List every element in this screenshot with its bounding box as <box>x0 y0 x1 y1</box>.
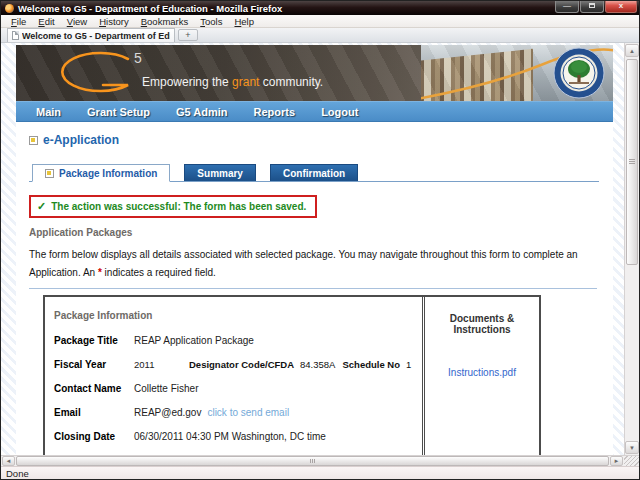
tab-summary[interactable]: Summary <box>184 164 256 181</box>
title-bar: Welcome to G5 - Department of Education … <box>1 1 639 15</box>
package-information-cell: Package Information Package Title REAP A… <box>45 297 423 455</box>
scroll-down-icon[interactable]: ▼ <box>625 441 639 454</box>
divider <box>29 288 597 289</box>
browser-window: Welcome to G5 - Department of Education … <box>0 0 640 480</box>
horizontal-scrollbar[interactable]: ◄ ► <box>1 455 639 466</box>
new-tab-button[interactable]: + <box>178 29 198 41</box>
tab-confirmation[interactable]: Confirmation <box>270 164 358 181</box>
g5-logo: 5 <box>48 49 152 99</box>
browser-tab-title: Welcome to G5 - Department of Edu... <box>22 31 170 41</box>
form-icon <box>45 169 54 178</box>
instructions-pdf-link[interactable]: Instructions.pdf <box>448 367 516 378</box>
scroll-up-icon[interactable]: ▲ <box>625 44 639 57</box>
svg-text:5: 5 <box>134 50 142 66</box>
fiscal-year-row: Fiscal Year 2011 Designator Code/CFDA 84… <box>54 359 414 370</box>
menu-file[interactable]: File <box>5 16 32 27</box>
status-text: Done <box>6 468 29 479</box>
browser-tab-strip: Welcome to G5 - Department of Edu... + <box>1 28 639 43</box>
menu-history[interactable]: History <box>93 16 135 27</box>
g5-banner: 5 Empowering the grant community. <box>16 45 613 101</box>
minimize-button[interactable]: — <box>555 1 579 13</box>
nav-g5-admin[interactable]: G5 Admin <box>176 106 228 118</box>
scroll-left-icon[interactable]: ◄ <box>2 456 15 466</box>
nav-main[interactable]: Main <box>36 106 61 118</box>
nav-logout[interactable]: Logout <box>321 106 358 118</box>
documents-instructions-cell: Documents & Instructions Instructions.pd… <box>424 297 539 455</box>
site-nav-bar: Main Grant Setup G5 Admin Reports Logout <box>16 101 613 122</box>
nav-grant-setup[interactable]: Grant Setup <box>87 106 150 118</box>
nav-reports[interactable]: Reports <box>254 106 296 118</box>
contact-name-row: Contact Name Collette Fisher <box>54 383 414 394</box>
page-area: 5 Empowering the grant community. <box>1 43 624 455</box>
status-bar: Done <box>1 466 639 479</box>
vertical-scrollbar[interactable]: ▲ ▼ <box>624 43 639 455</box>
menu-help[interactable]: Help <box>228 16 260 27</box>
maximize-button[interactable] <box>580 1 604 13</box>
app-tabs: Package Information Summary Confirmation <box>29 164 599 182</box>
tab-package-information[interactable]: Package Information <box>32 164 170 182</box>
success-message: ✓ The action was successful: The form ha… <box>29 195 317 218</box>
horizontal-scrollbar-thumb[interactable] <box>16 456 609 466</box>
firefox-icon <box>5 4 14 13</box>
browser-tab[interactable]: Welcome to G5 - Department of Edu... <box>7 28 175 42</box>
form-description: The form below displays all details asso… <box>29 246 615 281</box>
maximize-icon <box>589 3 595 8</box>
menu-bar: File Edit View History Bookmarks Tools H… <box>1 15 639 28</box>
menu-view[interactable]: View <box>61 16 93 27</box>
close-button[interactable]: x <box>605 1 637 13</box>
package-information-header: Package Information <box>54 310 414 321</box>
banner-tagline: Empowering the grant community. <box>142 75 323 89</box>
window-title: Welcome to G5 - Department of Education … <box>18 3 282 14</box>
menu-edit[interactable]: Edit <box>32 16 60 27</box>
resize-grip <box>624 456 639 466</box>
package-details-table: Package Information Package Title REAP A… <box>43 295 541 455</box>
email-row: Email REAP@ed.gov click to send email <box>54 407 414 418</box>
form-icon <box>29 136 38 145</box>
closing-date-row: Closing Date 06/30/2011 04:30 PM Washing… <box>54 431 414 442</box>
application-packages-heading: Application Packages <box>29 227 599 238</box>
scroll-right-icon[interactable]: ► <box>610 456 623 466</box>
menu-bookmarks[interactable]: Bookmarks <box>135 16 195 27</box>
menu-tools[interactable]: Tools <box>194 16 228 27</box>
documents-instructions-header: Documents & Instructions <box>425 313 539 335</box>
page-icon <box>12 31 19 40</box>
send-email-link[interactable]: click to send email <box>207 407 289 418</box>
department-of-education-seal <box>553 47 605 99</box>
page-title: e-Application <box>29 133 599 147</box>
package-title-row: Package Title REAP Application Package <box>54 335 414 346</box>
vertical-scrollbar-thumb[interactable] <box>626 59 638 265</box>
checkmark-icon: ✓ <box>37 200 46 213</box>
